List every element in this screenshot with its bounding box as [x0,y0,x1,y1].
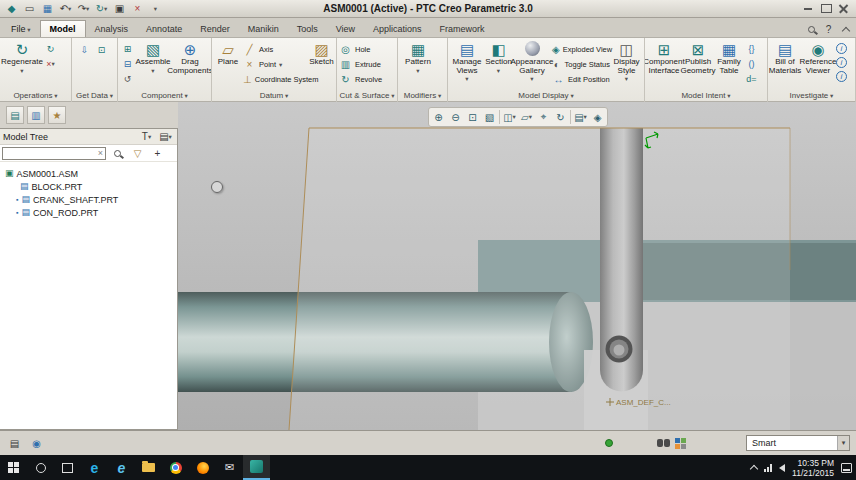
manage-views-button[interactable]: ▤ Manage Views [450,40,484,84]
find-in-model-icon[interactable] [657,439,670,447]
tab-annotate[interactable]: Annotate [137,21,191,37]
csys-annotation[interactable]: ASM_DEF_C... [606,398,671,407]
reference-viewer-button[interactable]: ◉ Reference Viewer [801,40,835,75]
tree-show-icon[interactable]: ▤ [157,129,174,144]
auto-regenerate-icon[interactable]: ↻ [43,42,58,56]
component-mini-icon-3[interactable]: ↺ [120,72,135,86]
search-icon[interactable] [109,146,126,161]
group-label-cut-surface[interactable]: Cut & Surface [337,90,397,102]
taskbar-app-firefox[interactable] [189,455,216,480]
publish-geometry-button[interactable]: ⊠ Publish Geometry [682,40,714,75]
view-mode-icon[interactable]: ◈ [589,109,606,125]
section-button[interactable]: ◧ Section [485,40,512,75]
web-browser-icon[interactable]: ◉ [28,436,45,451]
info-icon-2[interactable]: i [836,57,847,68]
collapse-ribbon-icon[interactable] [837,22,854,37]
filter-icon[interactable]: ▽ [129,146,146,161]
parens-icon[interactable]: () [744,57,759,71]
group-label-datum[interactable]: Datum [212,90,336,102]
delete-icon[interactable]: × [43,57,58,71]
tree-item-con-rod[interactable]: ▪ ▤ CON_ROD.PRT [0,206,177,219]
network-icon[interactable] [764,464,772,472]
taskbar-app-ie[interactable]: e [108,455,135,480]
plane-button[interactable]: ▱ Plane [214,40,242,67]
tab-model[interactable]: Model [40,20,86,37]
group-label-investigate[interactable]: Investigate [768,90,855,102]
refit-icon[interactable]: ⊡ [464,109,481,125]
sketch-button[interactable]: ▨ Sketch [308,40,335,67]
tab-applications[interactable]: Applications [364,21,431,37]
tab-tools[interactable]: Tools [288,21,327,37]
annotation-display-icon[interactable]: ⌖ [535,109,552,125]
help-icon[interactable]: ? [820,22,837,37]
tab-analysis[interactable]: Analysis [86,21,138,37]
toggle-navigator-icon[interactable]: ▤ [6,436,23,451]
info-icon-1[interactable]: i [836,43,847,54]
customize-qat-button[interactable] [147,1,164,16]
tree-item-crank-shaft[interactable]: ▪ ▤ CRANK_SHAFT.PRT [0,193,177,206]
group-label-model-intent[interactable]: Model Intent [645,90,767,102]
info-icon-3[interactable]: i [836,71,847,82]
selection-options-icon[interactable] [675,438,680,443]
pattern-button[interactable]: ▦ Pattern [400,40,436,75]
copy-geometry-icon[interactable]: ⊡ [94,43,109,57]
axis-button[interactable]: ╱ Axis [243,42,307,57]
tree-settings-icon[interactable]: T [138,129,155,144]
taskbar-app-mail[interactable]: ✉ [216,455,243,480]
selection-filter-dropdown[interactable]: Smart ▾ [746,435,850,451]
hole-button[interactable]: ◎ Hole [339,42,382,57]
point-button[interactable]: × Point [243,57,307,72]
braces-icon[interactable]: {} [744,42,759,56]
redo-button[interactable]: ↷ [75,1,92,16]
regenerate-quick-icon[interactable]: ↻ [93,1,110,16]
bill-of-materials-button[interactable]: ▤ Bill of Materials [770,40,800,75]
component-mini-icon-1[interactable]: ⊞ [120,42,135,56]
edit-position-button[interactable]: ↔ Edit Position [552,72,610,87]
spin-center-icon[interactable]: ↻ [552,109,569,125]
maximize-button[interactable] [817,2,835,16]
group-label-modifiers[interactable]: Modifiers [398,90,447,102]
dimension-icon[interactable]: d= [744,72,759,86]
tree-item-asm0001[interactable]: ▣ ASM0001.ASM [0,167,177,180]
regenerate-button[interactable]: ↻ Regenerate [2,40,42,75]
model-3d-view[interactable]: ASM_DEF_C... [178,102,856,430]
taskbar-app-chrome[interactable] [162,455,189,480]
group-label-model-display[interactable]: Model Display [448,90,644,102]
drag-components-button[interactable]: ⊕ Drag Components [171,40,209,75]
tab-render[interactable]: Render [191,21,239,37]
tree-item-block[interactable]: ▤ BLOCK.PRT [0,180,177,193]
family-table-button[interactable]: ▦ Family Table [715,40,743,75]
taskbar-app-edge[interactable]: e [81,455,108,480]
coordinate-system-button[interactable]: ⊥ Coordinate System [243,72,307,87]
action-center-icon[interactable] [841,463,852,473]
display-style-button[interactable]: ◫ Display Style [611,40,642,84]
taskbar-app-explorer[interactable] [135,455,162,480]
close-button[interactable] [835,2,853,16]
window-switch-icon[interactable]: ▣ [111,1,128,16]
tab-manikin[interactable]: Manikin [239,21,288,37]
add-item-icon[interactable]: + [149,146,166,161]
tab-view[interactable]: View [327,21,364,37]
taskbar-clock[interactable]: 10:35 PM 11/21/2015 [792,458,834,478]
taskbar-app-creo[interactable] [243,455,270,480]
navigator-favorites-button[interactable]: ★ [48,106,66,124]
revolve-button[interactable]: ↻ Revolve [339,72,382,87]
toggle-status-button[interactable]: ◐ Toggle Status [552,57,610,72]
search-taskbar-button[interactable] [27,455,54,480]
zoom-in-icon[interactable]: ⊕ [430,109,447,125]
tab-framework[interactable]: Framework [431,21,494,37]
start-button[interactable] [0,455,27,480]
zoom-out-icon[interactable]: ⊖ [447,109,464,125]
assemble-button[interactable]: ▧ Assemble [136,40,170,75]
datum-display-filters-icon[interactable]: ▱ [518,109,535,125]
component-mini-icon-2[interactable]: ⊟ [120,57,135,71]
tree-search-input[interactable]: × [2,147,106,160]
group-label-get-data[interactable]: Get Data [72,90,117,102]
group-label-operations[interactable]: Operations [0,90,71,102]
task-view-button[interactable] [54,455,81,480]
repaint-icon[interactable]: ▧ [481,109,498,125]
open-icon[interactable]: ▭ [21,1,38,16]
saved-orientations-icon[interactable]: ▤ [572,109,589,125]
group-label-component[interactable]: Component [118,90,211,102]
clear-search-icon[interactable]: × [98,148,103,158]
